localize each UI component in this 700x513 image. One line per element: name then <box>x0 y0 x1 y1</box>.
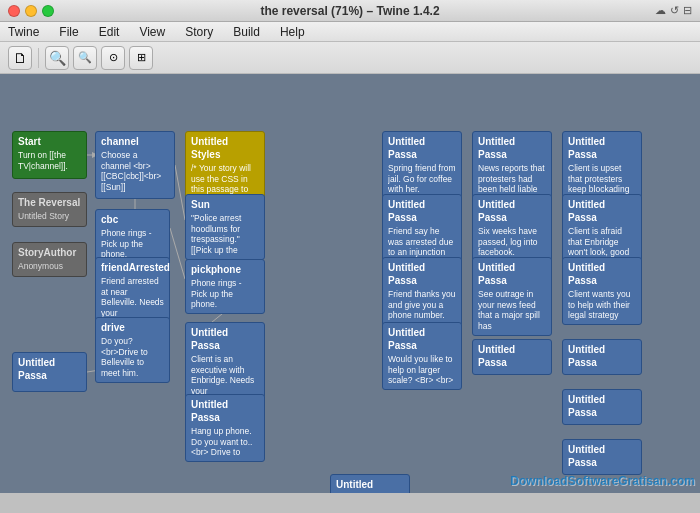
passage-channel[interactable]: channelChoose a channel <br>[[CBC|cbc]]<… <box>95 131 175 199</box>
passage-body-untitled14: Hang up phone. Do you want to.. <br> Dri… <box>191 426 259 458</box>
menu-build[interactable]: Build <box>229 25 264 39</box>
zoom-fit-button[interactable]: ⊞ <box>129 46 153 70</box>
passage-body-untitled8: See outrage in your news feed that a maj… <box>478 289 546 332</box>
passage-body-untitled4: Friend say he was arrested due to an inj… <box>388 226 456 258</box>
zoom-out-button[interactable]: 🔍 <box>73 46 97 70</box>
passage-untitled9[interactable]: Untitled PassaClient wants you to help w… <box>562 257 642 325</box>
passage-body-untitled9: Client wants you to help with their lega… <box>568 289 636 321</box>
passage-title-pickphone: pickphone <box>191 263 259 276</box>
passage-body-untitled3: Client is upset that protesters keep blo… <box>568 163 636 195</box>
passage-title-untitled4: Untitled Passa <box>388 198 456 224</box>
passage-title-untitled7: Untitled Passa <box>388 261 456 287</box>
zoom-in-button[interactable]: 🔍 <box>45 46 69 70</box>
passage-body-cbc: Phone rings - Pick up the phone. <box>101 228 164 260</box>
passage-body-friendarrested: Friend arrested at near Belleville. Need… <box>101 276 164 319</box>
window-title: the reversal (71%) – Twine 1.4.2 <box>260 4 439 18</box>
menu-story[interactable]: Story <box>181 25 217 39</box>
passage-sun[interactable]: Sun"Police arrest hoodlums for trespassi… <box>185 194 265 260</box>
passage-title-untitled12: Untitled Passa <box>478 343 546 369</box>
passage-untitled14[interactable]: Untitled PassaHang up phone. Do you want… <box>185 394 265 462</box>
passage-start[interactable]: StartTurn on [[the TV|channel]]. <box>12 131 87 179</box>
zoom-reset-button[interactable]: ⊙ <box>101 46 125 70</box>
passage-untitled4[interactable]: Untitled PassaFriend say he was arrested… <box>382 194 462 262</box>
canvas-area[interactable]: StartTurn on [[the TV|channel]].channelC… <box>0 74 700 493</box>
passage-pickphone[interactable]: pickphonePhone rings - Pick up the phone… <box>185 259 265 314</box>
passage-title-sun: Sun <box>191 198 259 211</box>
passage-body-pickphone: Phone rings - Pick up the phone. <box>191 278 259 310</box>
passage-untitled-styles[interactable]: Untitled Styles/* Your story will use th… <box>185 131 265 199</box>
passage-untitled15[interactable]: Untitled Passa <box>562 389 642 425</box>
passage-title-untitled6: Untitled Passa <box>568 198 636 224</box>
passage-body-untitled10: Client is an executive with Enbridge. Ne… <box>191 354 259 397</box>
menu-help[interactable]: Help <box>276 25 309 39</box>
passage-cbc[interactable]: cbcPhone rings - Pick up the phone. <box>95 209 170 264</box>
passage-body-untitled-styles: /* Your story will use the CSS in this p… <box>191 163 259 195</box>
passage-untitled3[interactable]: Untitled PassaClient is upset that prote… <box>562 131 642 199</box>
title-bar-right: ☁ ↺ ⊟ <box>655 4 692 17</box>
menu-twine[interactable]: Twine <box>4 25 43 39</box>
passage-untitled5[interactable]: Untitled PassaSix weeks have passed, log… <box>472 194 552 262</box>
passage-title-untitled5: Untitled Passa <box>478 198 546 224</box>
passage-body-channel: Choose a channel <br>[[CBC|cbc]]<br>[[Su… <box>101 150 169 193</box>
passage-untitled-passa-low[interactable]: Untitled Passa <box>12 352 87 392</box>
passage-title-the-reversal: The Reversal <box>18 196 81 209</box>
passage-title-start: Start <box>18 135 81 148</box>
menu-bar: Twine File Edit View Story Build Help <box>0 22 700 42</box>
passage-body-sun: "Police arrest hoodlums for trespassing.… <box>191 213 259 256</box>
passage-friendarrested[interactable]: friendArrestedFriend arrested at near Be… <box>95 257 170 323</box>
passage-title-untitled13: Untitled Passa <box>568 343 636 369</box>
passage-untitled16[interactable]: Untitled Passa <box>562 439 642 475</box>
passage-title-untitled10: Untitled Passa <box>191 326 259 352</box>
passage-body-untitled1: Spring friend from jail. Go for coffee w… <box>388 163 456 195</box>
title-bar: the reversal (71%) – Twine 1.4.2 ☁ ↺ ⊟ <box>0 0 700 22</box>
passage-game-over[interactable]: Untitled PassaGame over. <box>330 474 410 493</box>
menu-view[interactable]: View <box>135 25 169 39</box>
passage-body-drive: Do you? <br>Drive to Belleville to meet … <box>101 336 164 379</box>
passage-body-untitled11: Would you like to help on larger scale? … <box>388 354 456 386</box>
passage-title-untitled3: Untitled Passa <box>568 135 636 161</box>
passage-the-reversal[interactable]: The ReversalUntitled Story <box>12 192 87 227</box>
passage-body-storyauthor: Anonymous <box>18 261 81 272</box>
traffic-lights <box>8 5 54 17</box>
passage-title-untitled-styles: Untitled Styles <box>191 135 259 161</box>
passage-title-untitled16: Untitled Passa <box>568 443 636 469</box>
passage-title-untitled8: Untitled Passa <box>478 261 546 287</box>
new-story-button[interactable]: 🗋 <box>8 46 32 70</box>
passage-body-untitled5: Six weeks have passed, log into facebook… <box>478 226 546 258</box>
toolbar-separator <box>38 48 39 68</box>
close-button[interactable] <box>8 5 20 17</box>
passage-title-friendarrested: friendArrested <box>101 261 164 274</box>
minimize-button[interactable] <box>25 5 37 17</box>
passage-body-start: Turn on [[the TV|channel]]. <box>18 150 81 171</box>
maximize-button[interactable] <box>42 5 54 17</box>
passage-title-untitled2: Untitled Passa <box>478 135 546 161</box>
passage-storyauthor[interactable]: StoryAuthorAnonymous <box>12 242 87 277</box>
passage-untitled11[interactable]: Untitled PassaWould you like to help on … <box>382 322 462 390</box>
menu-edit[interactable]: Edit <box>95 25 124 39</box>
passage-title-untitled14: Untitled Passa <box>191 398 259 424</box>
passage-untitled13[interactable]: Untitled Passa <box>562 339 642 375</box>
passage-title-untitled1: Untitled Passa <box>388 135 456 161</box>
passage-drive[interactable]: driveDo you? <br>Drive to Belleville to … <box>95 317 170 383</box>
passage-title-storyauthor: StoryAuthor <box>18 246 81 259</box>
svg-line-2 <box>175 165 185 220</box>
passage-title-game-over: Untitled Passa <box>336 478 404 493</box>
passage-body-the-reversal: Untitled Story <box>18 211 81 222</box>
passage-title-cbc: cbc <box>101 213 164 226</box>
passage-title-untitled9: Untitled Passa <box>568 261 636 287</box>
passage-untitled12[interactable]: Untitled Passa <box>472 339 552 375</box>
passage-title-drive: drive <box>101 321 164 334</box>
watermark: DownloadSoftwareGratisan.com <box>510 474 695 488</box>
passage-untitled8[interactable]: Untitled PassaSee outrage in your news f… <box>472 257 552 336</box>
passage-title-channel: channel <box>101 135 169 148</box>
menu-file[interactable]: File <box>55 25 82 39</box>
passage-title-untitled15: Untitled Passa <box>568 393 636 419</box>
toolbar: 🗋 🔍 🔍 ⊙ ⊞ <box>0 42 700 74</box>
passage-untitled1[interactable]: Untitled PassaSpring friend from jail. G… <box>382 131 462 199</box>
svg-line-3 <box>170 228 185 279</box>
passage-title-untitled-passa-low: Untitled Passa <box>18 356 81 382</box>
passage-title-untitled11: Untitled Passa <box>388 326 456 352</box>
passage-untitled10[interactable]: Untitled PassaClient is an executive wit… <box>185 322 265 401</box>
